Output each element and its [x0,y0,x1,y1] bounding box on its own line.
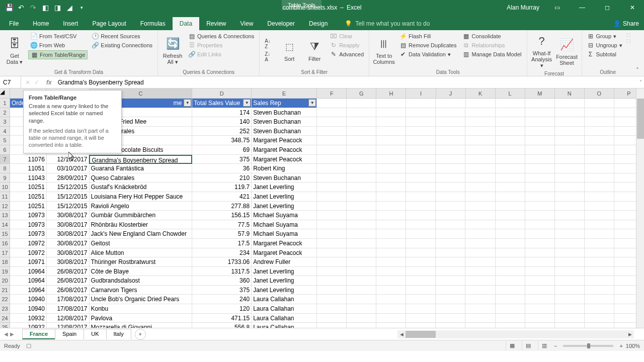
cell[interactable] [585,164,614,173]
cell[interactable] [496,127,525,136]
cell[interactable] [525,286,555,295]
cell[interactable]: 360 [192,276,252,286]
cell[interactable]: 15/12/2015 [47,183,90,192]
cell[interactable] [347,183,376,192]
cell[interactable] [465,145,495,155]
cell[interactable]: 11051 [10,164,47,173]
cell[interactable] [585,117,614,127]
row-header-15[interactable]: 15 [0,229,10,239]
tab-review[interactable]: Review [199,17,233,30]
recent-sources-button[interactable]: 🕑Recent Sources [90,32,154,40]
cell[interactable] [406,267,436,277]
cell[interactable] [376,211,406,220]
cell[interactable] [496,211,525,220]
cell[interactable] [585,202,614,211]
cell[interactable] [406,211,436,220]
cell[interactable] [406,117,436,127]
cell[interactable]: Ravioli Angelo [90,202,193,211]
cell[interactable]: 30/08/2017 [47,239,90,248]
cell[interactable] [525,99,555,108]
cell[interactable] [496,145,525,155]
cell[interactable] [465,211,495,220]
cell[interactable]: 10940 [10,304,47,314]
cell[interactable] [555,202,585,211]
cell[interactable]: Pavlova [90,314,193,323]
cell[interactable]: 10964 [10,286,47,295]
cell[interactable] [406,295,436,304]
cell[interactable]: 69 [192,145,252,155]
cell[interactable]: Côte de Blaye [90,267,193,277]
row-header-23[interactable]: 23 [0,304,10,314]
cell[interactable] [465,192,495,202]
cell[interactable] [376,192,406,202]
cell[interactable] [525,117,555,127]
cell[interactable] [585,127,614,136]
manage-data-model-button[interactable]: ▥Manage Data Model [460,50,523,58]
cell[interactable] [555,220,585,230]
cell[interactable] [525,220,555,230]
cell[interactable] [465,127,495,136]
cell[interactable] [555,108,585,118]
cell[interactable] [436,127,465,136]
cell[interactable]: 17/08/2017 [47,295,90,304]
cell[interactable] [555,276,585,286]
cell[interactable] [317,127,347,136]
cell[interactable] [376,183,406,192]
row-header-21[interactable]: 21 [0,286,10,295]
existing-connections-button[interactable]: 🔗Existing Connections [90,41,154,49]
cell[interactable] [585,267,614,277]
cell[interactable] [376,164,406,173]
cell[interactable] [406,155,436,164]
cell[interactable] [496,164,525,173]
cell[interactable] [465,314,495,323]
cell[interactable]: 36 [192,164,252,173]
cell[interactable]: 1317.5 [192,267,252,277]
row-header-8[interactable]: 8 [0,164,10,173]
cell[interactable] [347,229,376,239]
cell[interactable]: Thüringer Rostbratwurst [90,257,193,267]
cell[interactable]: Janet Leverling [252,276,317,286]
sort-button[interactable]: ⬚ Sort [278,32,301,68]
cell[interactable] [465,239,495,248]
cell[interactable] [376,267,406,277]
row-header-13[interactable]: 13 [0,211,10,220]
cell[interactable]: Louisiana Fiery Hot Pepper Sauce [90,192,193,202]
cell[interactable] [347,257,376,267]
cell[interactable] [496,220,525,230]
cell[interactable] [496,295,525,304]
cell[interactable] [555,183,585,192]
cell[interactable] [436,164,465,173]
cell[interactable]: Margaret Peacock [252,145,317,155]
tab-file[interactable]: File [2,17,26,30]
cell[interactable]: 10940 [10,295,47,304]
cell[interactable]: 10971 [10,257,47,267]
cell[interactable] [317,164,347,173]
cell[interactable] [555,99,585,108]
cell[interactable] [317,99,347,108]
cell[interactable] [376,127,406,136]
outline-collapse-icon[interactable]: ⬚ [626,38,631,43]
cell[interactable] [525,229,555,239]
cell[interactable] [555,192,585,202]
ungroup-button[interactable]: ⊟Ungroup ▾ [585,41,624,49]
cell[interactable] [555,304,585,314]
cell[interactable] [585,173,614,183]
cell[interactable] [317,117,347,127]
cell[interactable] [466,99,496,108]
cell[interactable] [406,304,436,314]
cell[interactable] [317,276,347,286]
cell[interactable]: Laura Callahan [252,295,317,304]
tab-design[interactable]: Design [302,17,335,30]
sort-desc-button[interactable]: Z↓A [263,51,276,63]
cell[interactable] [555,239,585,248]
cell[interactable] [376,257,406,267]
col-header-M[interactable]: M [525,88,555,99]
cell[interactable] [317,286,347,295]
cell[interactable] [585,239,614,248]
cell[interactable] [376,117,406,127]
cell[interactable]: 57.9 [192,229,252,239]
row-header-18[interactable]: 18 [0,257,10,267]
cell[interactable] [317,304,347,314]
cell[interactable] [496,136,525,145]
sort-asc-button[interactable]: A↓Z [263,38,276,50]
